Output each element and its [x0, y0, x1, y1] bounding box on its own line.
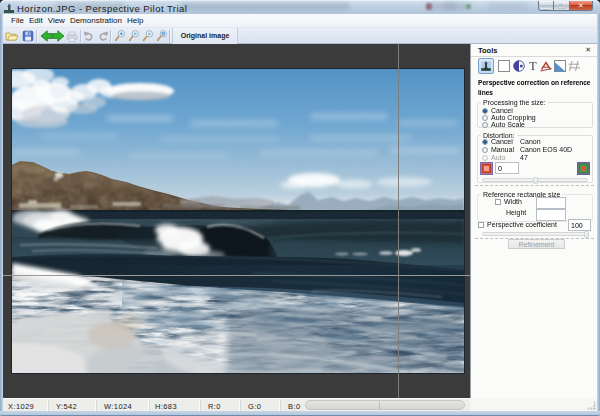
- svg-text:T: T: [529, 59, 537, 73]
